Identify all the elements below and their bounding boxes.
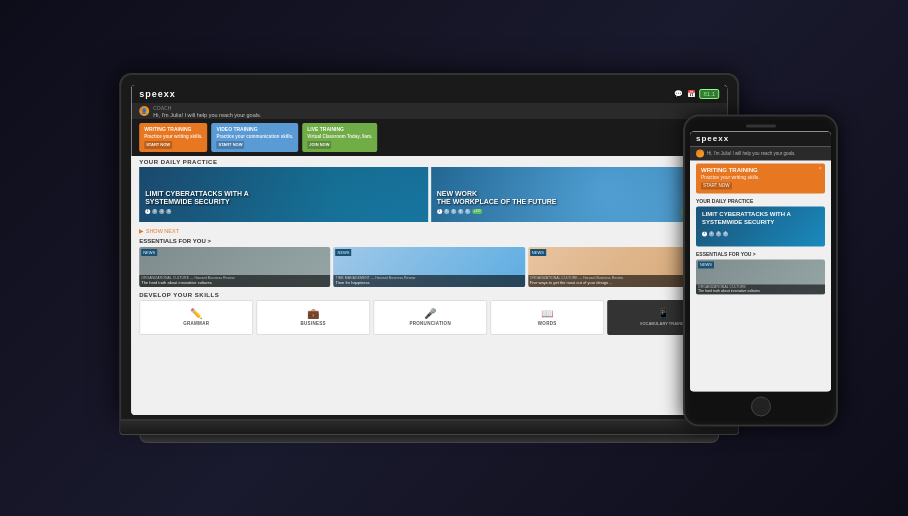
pronunciation-label: PRONUNCIATION <box>409 321 451 326</box>
video-training-button[interactable]: VIDEO TRAINING Practice your communicati… <box>211 123 298 152</box>
phone-logo: speexx <box>696 134 729 143</box>
ndot-4: 4 <box>458 209 463 214</box>
newwork-card-dots: 1 2 3 4 5 ●100 <box>437 209 557 214</box>
phone-screen: speexx Hi, I'm Julia! I will help you re… <box>690 131 831 391</box>
video-btn-title: VIDEO TRAINING <box>216 126 293 133</box>
phone-dot-4: 4 <box>723 231 728 236</box>
words-card[interactable]: 📖 WORDS <box>490 300 604 335</box>
phone-device: speexx Hi, I'm Julia! I will help you re… <box>683 114 838 426</box>
phone-dot-2: 2 <box>709 231 714 236</box>
phone-dot-3: 3 <box>716 231 721 236</box>
phone-news-caption: ORGANIZATIONAL CULTURE The hard truth ab… <box>696 284 825 294</box>
essentials-grid: NEWS ORGANIZATIONAL CULTURE — Harvard Bu… <box>139 247 719 287</box>
business-icon: 💼 <box>307 308 319 319</box>
phone-app: speexx Hi, I'm Julia! I will help you re… <box>690 131 831 391</box>
live-btn-subtitle: Virtual Classroom Today, 9am. <box>307 134 372 140</box>
live-training-button[interactable]: LIVE TRAINING Virtual Classroom Today, 9… <box>302 123 377 152</box>
news-caption-1: ORGANIZATIONAL CULTURE — Harvard Busines… <box>139 275 330 287</box>
live-btn-action[interactable]: JOIN NOW <box>307 141 331 148</box>
phone-cyber-title: LIMIT CYBERATTACKS WITH A SYSTEMWIDE SEC… <box>702 211 819 227</box>
pronunciation-card[interactable]: 🎤 PRONUNCIATION <box>373 300 487 335</box>
phone-dots: 1 2 3 4 <box>702 231 819 236</box>
ndot-2: 2 <box>444 209 449 214</box>
grammar-label: GRAMMAR <box>183 321 209 326</box>
scene: speexx 💬 📅 81.1 👤 COACH Hi, I'm Julia! I… <box>0 0 908 516</box>
news-badge-1: NEWS <box>141 249 157 256</box>
coach-label: COACH <box>153 105 261 111</box>
words-icon: 📖 <box>541 308 553 319</box>
pronunciation-icon: 🎤 <box>424 308 436 319</box>
newwork-card-text: NEW WORKTHE WORKPLACE OF THE FUTURE 1 2 … <box>437 190 557 214</box>
grammar-icon: ✏️ <box>190 308 202 319</box>
phone-cyber-card[interactable]: LIMIT CYBERATTACKS WITH A SYSTEMWIDE SEC… <box>696 206 825 246</box>
live-btn-title: LIVE TRAINING <box>307 126 372 133</box>
phone-writing-button[interactable]: × WRITING TRAINING Practice your writing… <box>696 163 825 193</box>
coach-message: Hi, I'm Julia! I will help you reach you… <box>153 112 261 118</box>
news-badge-2: NEWS <box>336 249 352 256</box>
score-dot: ●100 <box>472 209 483 214</box>
coach-avatar: 👤 <box>139 106 149 116</box>
laptop-device: speexx 💬 📅 81.1 👤 COACH Hi, I'm Julia! I… <box>119 73 739 443</box>
coach-bar: 👤 COACH Hi, I'm Julia! I will help you r… <box>131 103 727 119</box>
phone-daily-label: YOUR DAILY PRACTICE <box>690 196 831 206</box>
coach-info: COACH Hi, I'm Julia! I will help you rea… <box>153 105 261 118</box>
writing-btn-action[interactable]: START NOW <box>144 141 172 148</box>
ndot-1: 1 <box>437 209 442 214</box>
vocab-icon: 📱 <box>657 308 669 319</box>
cyber-card-text: LIMIT CYBERATTACKS WITH ASYSTEMWIDE SECU… <box>145 190 249 214</box>
essentials-section: ESSENTIALS FOR YOU > NEWS ORGANIZATIONAL… <box>131 236 727 289</box>
app-ui: speexx 💬 📅 81.1 👤 COACH Hi, I'm Julia! I… <box>131 85 727 415</box>
vocab-label: VOCABULARY TRAINER <box>640 321 687 326</box>
news-caption-2: TIME MANAGEMENT — Harvard Business Revie… <box>334 275 525 287</box>
dot-1: 1 <box>145 209 150 214</box>
app-logo: speexx <box>139 89 176 99</box>
daily-practice: LIMIT CYBERATTACKS WITH ASYSTEMWIDE SECU… <box>139 167 719 222</box>
ndot-5: 5 <box>465 209 470 214</box>
app-header: speexx 💬 📅 81.1 <box>131 85 727 103</box>
ndot-3: 3 <box>451 209 456 214</box>
phone-coach: Hi, I'm Julia! I will help you reach you… <box>690 146 831 160</box>
develop-section: DEVELOP YOUR SKILLS ✏️ GRAMMAR 💼 BUSINES… <box>131 289 727 338</box>
laptop-foot <box>139 435 719 443</box>
calendar-icon[interactable]: 📅 <box>687 90 696 98</box>
business-card[interactable]: 💼 BUSINESS <box>256 300 370 335</box>
grammar-card[interactable]: ✏️ GRAMMAR <box>139 300 253 335</box>
essentials-label: ESSENTIALS FOR YOU > <box>139 238 719 244</box>
newwork-card[interactable]: NEW WORKTHE WORKPLACE OF THE FUTURE 1 2 … <box>431 167 720 222</box>
phone-writing-subtitle: Practice your writing skills. <box>701 174 820 180</box>
phone-news-category: ORGANIZATIONAL CULTURE <box>698 285 823 289</box>
laptop-base <box>119 421 739 435</box>
cyber-card[interactable]: LIMIT CYBERATTACKS WITH ASYSTEMWIDE SECU… <box>139 167 428 222</box>
chat-icon[interactable]: 💬 <box>674 90 683 98</box>
daily-practice-label: YOUR DAILY PRACTICE <box>131 156 727 167</box>
news-title-1: The hard truth about innovative cultures <box>141 280 328 285</box>
phone-writing-title: WRITING TRAINING <box>701 167 820 173</box>
video-btn-action[interactable]: START NOW <box>216 141 244 148</box>
writing-btn-subtitle: Practice your writing skills. <box>144 134 202 140</box>
cyber-card-dots: 1 2 3 4 <box>145 209 249 214</box>
phone-coach-avatar <box>696 149 704 157</box>
phone-dot-1: 1 <box>702 231 707 236</box>
news-card-1[interactable]: NEWS ORGANIZATIONAL CULTURE — Harvard Bu… <box>139 247 330 287</box>
phone-news-badge: NEWS <box>698 261 714 268</box>
news-category-2: TIME MANAGEMENT — Harvard Business Revie… <box>336 276 523 281</box>
news-badge-3: NEWS <box>530 249 546 256</box>
dot-2: 2 <box>152 209 157 214</box>
phone-news-card[interactable]: NEWS ORGANIZATIONAL CULTURE The hard tru… <box>696 259 825 294</box>
phone-coach-text: Hi, I'm Julia! I will help you reach you… <box>707 151 795 156</box>
laptop-screen-outer: speexx 💬 📅 81.1 👤 COACH Hi, I'm Julia! I… <box>119 73 739 421</box>
news-card-2[interactable]: NEWS TIME MANAGEMENT — Harvard Business … <box>334 247 525 287</box>
phone-essentials: ESSENTIALS FOR YOU > NEWS ORGANIZATIONAL… <box>690 249 831 296</box>
phone-home-button[interactable] <box>751 396 771 416</box>
business-label: BUSINESS <box>300 321 325 326</box>
show-next[interactable]: ▶ SHOW NEXT <box>131 226 727 236</box>
newwork-card-title: NEW WORKTHE WORKPLACE OF THE FUTURE <box>437 190 557 207</box>
header-icons: 💬 📅 81.1 <box>674 89 720 99</box>
develop-label: DEVELOP YOUR SKILLS <box>139 292 719 298</box>
laptop-screen: speexx 💬 📅 81.1 👤 COACH Hi, I'm Julia! I… <box>131 85 727 415</box>
writing-training-button[interactable]: WRITING TRAINING Practice your writing s… <box>139 123 207 152</box>
phone-close-icon[interactable]: × <box>818 165 822 171</box>
phone-writing-action[interactable]: START NOW <box>701 182 732 189</box>
phone-essentials-label: ESSENTIALS FOR YOU > <box>696 251 825 257</box>
phone-news-title: The hard truth about innovative cultures <box>698 289 823 293</box>
